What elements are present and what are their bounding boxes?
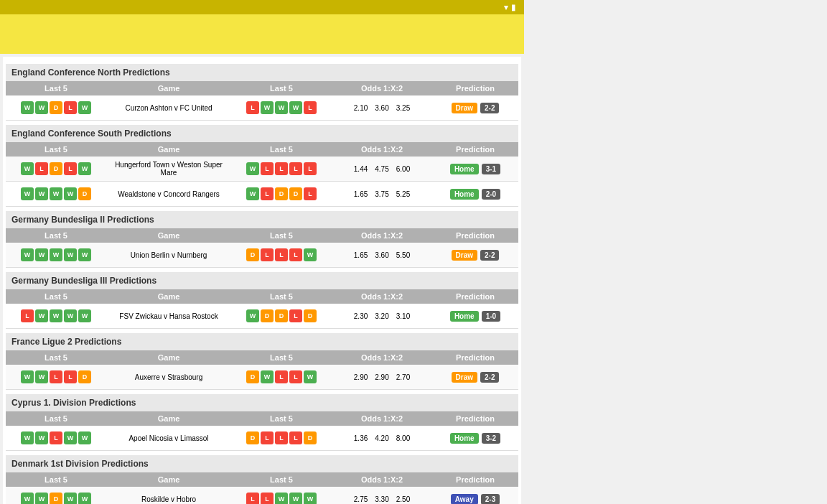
badge-w: W — [78, 162, 91, 175]
badge-d: D — [246, 248, 259, 261]
badge-w: W — [21, 162, 34, 175]
badge-d: D — [289, 187, 302, 200]
prediction-cell-1-0: Home3-1 — [432, 157, 518, 181]
last5-home-5-0: WWLWW — [6, 426, 106, 450]
table-header-4: Last 5GameLast 5Odds 1:X:2Prediction — [6, 350, 518, 365]
col-header-0-1: Game — [106, 81, 231, 95]
badge-l: L — [246, 101, 259, 114]
badge-d: D — [275, 187, 288, 200]
battery-icon: ▮ — [511, 3, 515, 12]
col-header-5-0: Last 5 — [6, 411, 106, 426]
col-header-5-2: Last 5 — [231, 411, 332, 426]
odds-val-2: 5.25 — [394, 190, 412, 199]
last5-away-2-0: DLLLW — [231, 243, 332, 267]
badge-l: L — [289, 162, 302, 175]
badge-w: W — [246, 187, 259, 200]
badge-w: W — [21, 187, 34, 200]
last5-away-5-0: DLLLD — [231, 426, 332, 450]
col-header-3-1: Game — [106, 289, 231, 304]
badge-w: W — [21, 101, 34, 114]
prediction-label: Draw — [452, 250, 477, 261]
last5-home-0-0: WWDLW — [6, 95, 106, 120]
prediction-cell-6-0: Away2-3 — [432, 487, 518, 504]
badge-w: W — [289, 101, 302, 114]
odds-cell-4-0: 2.902.902.70 — [332, 365, 432, 389]
prediction-label: Home — [450, 164, 479, 174]
table-row: WWWWDWealdstone v Concord RangersWLDDL1.… — [6, 182, 518, 207]
col-header-6-0: Last 5 — [6, 472, 106, 487]
content-area: England Conference North PredictionsLast… — [3, 57, 521, 504]
badge-w: W — [64, 248, 77, 261]
badge-l: L — [275, 162, 288, 175]
odds-val-1: 4.20 — [373, 434, 391, 443]
prediction-cell-2-0: Draw2-2 — [432, 243, 518, 267]
last5-away-1-0: WLLLL — [231, 157, 332, 181]
last5-home-2-0: WWWWW — [6, 243, 106, 267]
odds-val-1: 2.90 — [373, 373, 391, 382]
badge-w: W — [35, 101, 48, 114]
odds-val-1: 3.60 — [373, 103, 391, 113]
badge-w: W — [261, 370, 274, 383]
game-name-1-0: Hungerford Town v Weston Super Mare — [106, 157, 231, 181]
prediction-score: 2-3 — [481, 494, 500, 505]
badge-w: W — [35, 248, 48, 261]
col-header-6-2: Last 5 — [231, 472, 332, 487]
col-header-0-3: Odds 1:X:2 — [332, 81, 432, 95]
badge-l: L — [21, 309, 34, 322]
badge-d: D — [50, 493, 62, 504]
badge-w: W — [261, 101, 274, 114]
badge-l: L — [304, 187, 317, 200]
section-header-4: France Ligue 2 Predictions — [6, 333, 518, 350]
badge-d: D — [275, 309, 288, 322]
odds-val-2: 3.10 — [394, 312, 412, 321]
section-header-5: Cyprus 1. Division Predictions — [6, 394, 518, 411]
table-header-6: Last 5GameLast 5Odds 1:X:2Prediction — [6, 472, 518, 487]
odds-cell-2-0: 1.653.605.50 — [332, 243, 432, 267]
col-header-4-4: Prediction — [432, 350, 518, 365]
col-header-1-3: Odds 1:X:2 — [332, 142, 432, 157]
badge-w: W — [50, 248, 62, 261]
badge-l: L — [289, 370, 302, 383]
odds-val-2: 5.50 — [394, 251, 412, 260]
col-header-2-0: Last 5 — [6, 228, 106, 243]
wifi-icon: ▾ — [504, 3, 508, 12]
col-header-2-2: Last 5 — [231, 228, 332, 243]
odds-val-2: 8.00 — [394, 434, 412, 443]
odds-val-1: 4.75 — [373, 164, 391, 174]
badge-l: L — [275, 248, 288, 261]
badge-w: W — [35, 493, 48, 504]
status-bar: ▾ ▮ — [0, 0, 524, 14]
col-header-1-0: Last 5 — [6, 142, 106, 157]
badge-w: W — [50, 309, 62, 322]
badge-l: L — [50, 431, 62, 444]
col-header-3-3: Odds 1:X:2 — [332, 289, 432, 304]
badge-w: W — [21, 493, 34, 504]
badge-w: W — [35, 431, 48, 444]
section-header-0: England Conference North Predictions — [6, 64, 518, 81]
odds-val-0: 2.75 — [352, 495, 370, 504]
table-header-3: Last 5GameLast 5Odds 1:X:2Prediction — [6, 289, 518, 304]
badge-w: W — [35, 309, 48, 322]
prediction-score: 1-0 — [482, 311, 500, 322]
odds-val-0: 1.44 — [352, 164, 370, 174]
badge-w: W — [275, 493, 288, 504]
last5-away-4-0: DWLLW — [231, 365, 332, 389]
badge-w: W — [246, 162, 259, 175]
col-header-3-4: Prediction — [432, 289, 518, 304]
col-header-1-1: Game — [106, 142, 231, 157]
col-header-2-3: Odds 1:X:2 — [332, 228, 432, 243]
badge-d: D — [261, 309, 274, 322]
col-header-0-2: Last 5 — [231, 81, 332, 95]
col-header-2-4: Prediction — [432, 228, 518, 243]
prediction-label: Home — [450, 311, 479, 322]
col-header-5-3: Odds 1:X:2 — [332, 411, 432, 426]
badge-l: L — [261, 162, 274, 175]
badge-w: W — [21, 248, 34, 261]
badge-w: W — [275, 101, 288, 114]
col-header-4-1: Game — [106, 350, 231, 365]
odds-cell-0-0: 2.103.603.25 — [332, 95, 432, 120]
table-row: WWLWWApoel Nicosia v LimassolDLLLD1.364.… — [6, 426, 518, 451]
badge-w: W — [64, 493, 77, 504]
badge-l: L — [275, 370, 288, 383]
badge-l: L — [289, 248, 302, 261]
